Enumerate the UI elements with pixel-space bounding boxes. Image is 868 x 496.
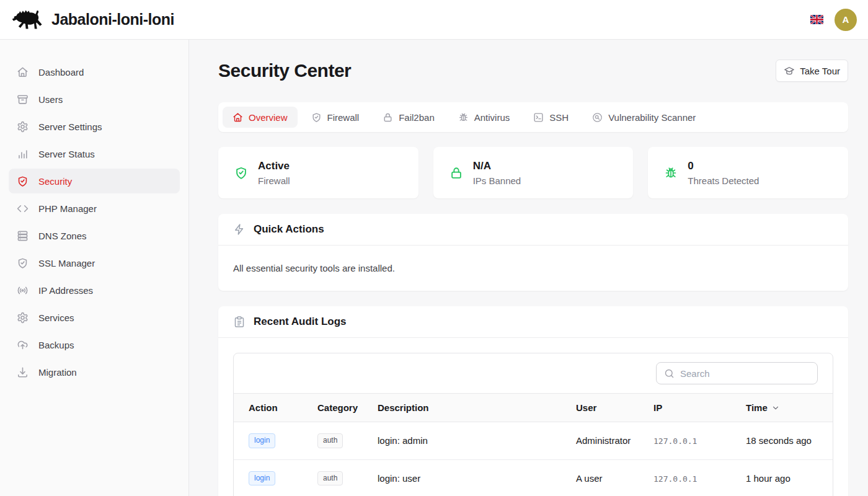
radio-icon [17, 285, 29, 296]
ip-cell: 127.0.0.1 [653, 474, 697, 484]
time-cell: 18 seconds ago [731, 422, 833, 460]
clipboard-icon [233, 316, 246, 328]
sidebar-item-label: PHP Manager [38, 203, 97, 214]
sidebar-item-label: Migration [38, 367, 77, 378]
action-badge[interactable]: login [249, 471, 275, 486]
lock-icon [450, 166, 463, 180]
shield-check-icon [311, 112, 322, 123]
code-icon [17, 203, 29, 215]
sidebar-item-label: Server Settings [38, 122, 102, 132]
tab-overview[interactable]: Overview [223, 107, 298, 128]
shield-check-icon [234, 166, 248, 180]
sidebar-item-dns-zones[interactable]: DNS Zones [9, 223, 180, 248]
server-stack-icon [17, 230, 29, 242]
tab-label: Antivirus [474, 112, 510, 123]
table-row: login auth login: user A user 127.0.0.1 … [234, 459, 833, 496]
audit-logs-table: Action Category Description User IP Time… [234, 393, 833, 496]
tab-label: Vulnerability Scanner [608, 112, 696, 123]
category-badge: auth [317, 471, 343, 486]
ip-cell: 127.0.0.1 [653, 436, 697, 446]
table-row: login auth login: admin Administrator 12… [234, 422, 833, 460]
category-badge: auth [317, 433, 343, 448]
description-cell: login: user [363, 459, 561, 496]
sidebar-item-label: Backups [38, 340, 74, 350]
topbar: Jabaloni-loni-loni A [0, 0, 868, 40]
column-header-ip[interactable]: IP [639, 394, 731, 422]
zap-icon [233, 223, 246, 236]
security-tabs: Overview Firewall Fail2ban Antivirus SSH… [218, 102, 848, 132]
stat-label: IPs Banned [473, 175, 521, 186]
quick-actions-message: All essential security tools are install… [218, 246, 848, 291]
app-title: Jabaloni-loni-loni [51, 11, 174, 29]
audit-logs-panel: Action Category Description User IP Time… [233, 353, 833, 496]
archive-icon [17, 94, 29, 105]
lock-icon [383, 112, 393, 123]
tab-ssh[interactable]: SSH [523, 107, 578, 128]
search-box[interactable] [656, 362, 818, 384]
take-tour-label: Take Tour [800, 66, 840, 76]
sidebar-item-services[interactable]: Services [9, 305, 180, 330]
tab-vulnerability-scanner[interactable]: Vulnerability Scanner [582, 107, 706, 128]
stat-value: N/A [473, 160, 521, 172]
take-tour-button[interactable]: Take Tour [776, 60, 848, 82]
stat-value: Active [258, 160, 290, 172]
column-header-time[interactable]: Time [731, 394, 833, 422]
download-icon [17, 366, 29, 378]
sidebar-item-backups[interactable]: Backups [9, 332, 180, 357]
sidebar-item-server-settings[interactable]: Server Settings [9, 114, 180, 139]
quick-actions-title: Quick Actions [254, 223, 324, 236]
tab-label: Firewall [327, 112, 360, 123]
chevron-down-icon [771, 404, 780, 412]
stat-label: Threats Detected [688, 175, 759, 186]
sidebar-item-label: Security [38, 176, 72, 187]
brand[interactable]: Jabaloni-loni-loni [10, 8, 174, 31]
sidebar-item-label: SSL Manager [38, 258, 95, 268]
graduation-cap-icon [784, 65, 795, 76]
shield-check-icon [17, 175, 29, 187]
user-cell: A user [561, 459, 639, 496]
user-cell: Administrator [561, 422, 639, 460]
scan-search-icon [592, 112, 603, 123]
column-header-action[interactable]: Action [234, 394, 303, 422]
tab-antivirus[interactable]: Antivirus [448, 107, 520, 128]
gear-icon [17, 121, 29, 133]
stat-card-ips-banned: N/A IPs Banned [433, 147, 634, 198]
tab-firewall[interactable]: Firewall [301, 107, 370, 128]
bar-chart-icon [17, 148, 29, 160]
gear-icon [17, 312, 29, 324]
description-cell: login: admin [363, 422, 561, 460]
sidebar-item-php-manager[interactable]: PHP Manager [9, 196, 180, 221]
bug-icon [664, 166, 678, 180]
sidebar-item-server-status[interactable]: Server Status [9, 141, 180, 166]
sidebar-item-dashboard[interactable]: Dashboard [9, 60, 180, 84]
time-cell: 1 hour ago [731, 459, 833, 496]
user-avatar[interactable]: A [835, 9, 857, 31]
tab-label: SSH [549, 112, 569, 123]
action-badge[interactable]: login [249, 433, 275, 448]
stat-value: 0 [688, 160, 759, 172]
shield-check-icon [17, 257, 29, 269]
column-header-user[interactable]: User [561, 394, 639, 422]
sidebar-item-users[interactable]: Users [9, 87, 180, 112]
quick-actions-card: Quick Actions All essential security too… [218, 214, 848, 291]
sidebar-item-label: Services [38, 312, 74, 323]
language-flag-icon[interactable] [810, 15, 823, 24]
sidebar-item-migration[interactable]: Migration [9, 360, 180, 384]
stat-card-firewall: Active Firewall [218, 147, 418, 198]
tab-fail2ban[interactable]: Fail2ban [373, 107, 445, 128]
stat-label: Firewall [258, 175, 290, 186]
sidebar-item-ssl-manager[interactable]: SSL Manager [9, 250, 180, 275]
home-icon [232, 112, 243, 123]
sidebar-item-label: DNS Zones [38, 231, 87, 241]
sidebar-item-label: Server Status [38, 149, 95, 159]
sidebar-item-label: Users [38, 94, 63, 105]
sidebar-item-ip-addresses[interactable]: IP Addresses [9, 278, 180, 303]
audit-logs-card: Recent Audit Logs Action [218, 306, 848, 496]
column-header-category[interactable]: Category [303, 394, 363, 422]
sidebar-item-security[interactable]: Security [9, 169, 180, 193]
search-input[interactable] [680, 368, 810, 379]
column-header-description[interactable]: Description [363, 394, 561, 422]
sidebar: Dashboard Users Server Settings Server S… [0, 40, 189, 496]
home-icon [17, 66, 29, 78]
tab-label: Overview [249, 112, 288, 123]
